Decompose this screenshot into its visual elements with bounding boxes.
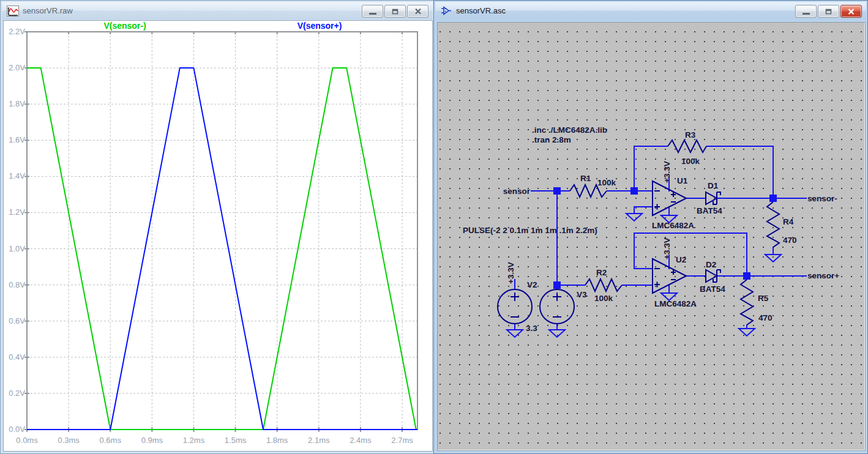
value-V3-pulse[interactable]: PULSE(-2 2 0.1m 1m 1m .1m 2.2m) [463,226,597,235]
resistor-R5[interactable] [741,280,753,325]
value-R5[interactable]: 470 [758,313,773,322]
close-button[interactable] [840,5,862,18]
legend-item-sensor-minus[interactable]: V(sensor-) [103,21,146,31]
minimize-button[interactable] [795,5,817,18]
label-R5[interactable]: R5 [758,294,769,303]
ground-symbol [765,255,781,262]
y-tick-label: 0.0V [4,425,25,434]
junction-dot [553,187,561,195]
value-R3[interactable]: 100k [681,157,700,166]
y-tick-label: 2.0V [4,63,25,72]
ground-symbol [626,214,642,221]
resistor-R4[interactable] [767,202,779,247]
y-tick-label: 1.6V [4,135,25,144]
minimize-icon [803,13,810,15]
value-R1[interactable]: 100k [597,178,616,187]
junction-dot [743,272,750,280]
waveform-window: sensorVR.raw 0 [0,0,435,454]
net-label-sensor[interactable]: sensor [503,187,531,196]
model-D1[interactable]: BAT54 [697,206,722,215]
restore-icon [825,8,832,15]
plot-area[interactable]: 0.0ms0.3ms0.6ms0.9ms1.2ms1.5ms1.8ms2.1ms… [3,20,433,452]
maximize-button[interactable] [818,5,839,18]
ground-symbol [549,330,565,337]
label-R1[interactable]: R1 [580,174,591,183]
label-R3[interactable]: R3 [685,130,696,140]
x-tick-label: 0.3ms [53,436,84,445]
voltage-source-V3[interactable] [540,289,574,324]
y-tick-label: 1.0V [4,244,25,253]
y-tick-label: 1.8V [4,99,25,108]
value-V2[interactable]: 3.3 [526,324,537,333]
y-tick-label: 2.2V [4,27,25,36]
x-tick-label: 2.4ms [345,436,376,445]
net-label-sensor-minus[interactable]: sensor- [807,194,837,203]
close-button[interactable] [407,5,428,18]
model-U1[interactable]: LMC6482A [652,221,694,230]
junction-dot [630,187,638,195]
model-D2[interactable]: BAT54 [700,285,725,294]
voltage-source-V2[interactable] [498,289,532,324]
label-V2[interactable]: V2 [527,280,537,289]
label-D2[interactable]: D2 [706,260,716,269]
x-tick-label: 0.6ms [95,436,125,445]
close-icon [414,8,422,15]
spice-directive-tran[interactable]: .tran 2.8m [532,135,571,144]
restore-icon [391,8,399,15]
resistor-R2[interactable] [585,279,622,291]
x-tick-label: 1.8ms [262,436,293,445]
schematic-window: sensorVR.asc [433,0,868,454]
y-tick-label: 0.8V [4,280,25,289]
spice-directive-inc[interactable]: .inc ./LMC6482A.lib [532,125,607,135]
waveform-titlebar[interactable]: sensorVR.raw [2,2,433,20]
legend-item-sensor-plus[interactable]: V(sensor+) [297,21,342,31]
rail-label-u1[interactable]: +3.3V [662,161,672,183]
label-U2[interactable]: U2 [676,255,686,264]
x-tick-label: 0.0ms [12,436,42,445]
y-tick-label: 0.4V [4,352,25,362]
x-tick-label: 2.7ms [387,436,417,445]
minimize-button[interactable] [362,5,383,18]
schematic-titlebar[interactable]: sensorVR.asc [435,2,866,20]
x-tick-label: 1.2ms [178,436,209,445]
schematic-canvas[interactable]: .inc ./LMC6482A.lib .tran 2.8m sensor se… [437,22,866,451]
x-tick-label: 2.1ms [304,436,334,445]
y-tick-label: 1.4V [4,171,25,180]
rail-label-v2[interactable]: +3.3V [506,262,515,284]
window-title: sensorVR.asc [456,6,506,15]
y-tick-label: 0.2V [4,389,25,398]
waveform-icon [7,6,19,17]
label-R2[interactable]: R2 [596,268,607,277]
ground-symbol [739,329,755,336]
junction-dot [769,195,777,202]
y-tick-label: 0.6V [4,316,25,326]
value-R4[interactable]: 470 [783,236,797,245]
model-U2[interactable]: LMC6482A [654,299,697,308]
window-title: sensorVR.raw [23,6,73,15]
net-label-sensor-plus[interactable]: sensor+ [807,271,839,280]
value-R2[interactable]: 100k [594,294,613,303]
y-tick-label: 1.2V [4,207,25,217]
desktop: sensorVR.raw 0 [0,0,868,454]
schematic-icon [440,6,452,17]
rail-label-u2[interactable]: +3.3V [662,237,672,259]
x-tick-label: 0.9ms [137,436,167,445]
plot-canvas[interactable] [4,21,433,452]
close-icon [847,8,855,15]
maximize-button[interactable] [384,5,406,18]
label-U1[interactable]: U1 [677,176,688,185]
label-D1[interactable]: D1 [708,181,719,190]
x-tick-label: 1.5ms [220,436,251,445]
label-V3[interactable]: V3 [577,290,587,299]
ground-symbol [507,330,523,337]
minimize-icon [369,13,376,15]
label-R4[interactable]: R4 [783,217,794,226]
junction-dot [553,281,561,289]
resistor-R3[interactable] [668,140,706,152]
